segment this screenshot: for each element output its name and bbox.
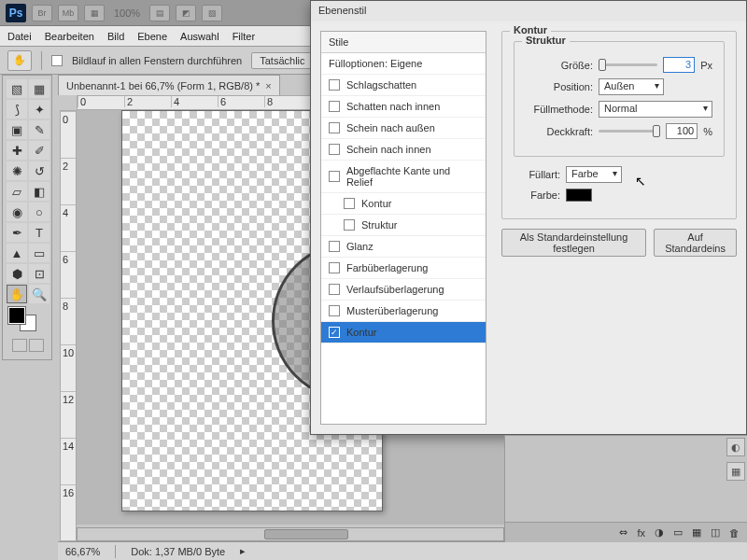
eraser-tool[interactable]: ▱ xyxy=(7,182,27,201)
style-row-kontur[interactable]: ✓Kontur xyxy=(321,322,486,343)
style-checkbox[interactable]: ✓ xyxy=(329,327,340,338)
new-layer-icon[interactable]: ◫ xyxy=(711,526,720,539)
style-checkbox[interactable] xyxy=(329,305,340,316)
group-icon[interactable]: ▦ xyxy=(692,526,701,539)
style-row-abgeflachte-kante-und-relief[interactable]: Abgeflachte Kante und Relief xyxy=(321,161,486,193)
document-tab-title: Unbenannt-1 bei 66,7% (Form 1, RGB/8) * xyxy=(66,80,260,91)
bridge-button[interactable]: Br xyxy=(32,5,52,21)
style-checkbox[interactable] xyxy=(329,262,340,273)
brush-tool[interactable]: ✐ xyxy=(29,141,49,160)
stamp-tool[interactable]: ✺ xyxy=(7,161,27,180)
dialog-title: Ebenenstil xyxy=(311,1,746,21)
dodge-tool[interactable]: ○ xyxy=(29,203,49,221)
status-zoom[interactable]: 66,67% xyxy=(65,546,100,557)
size-input[interactable]: 3 xyxy=(663,57,695,73)
styles-header[interactable]: Stile xyxy=(321,32,486,53)
view-extras-button[interactable]: ▦ xyxy=(84,5,105,21)
status-arrow-icon[interactable]: ▸ xyxy=(240,545,246,557)
position-dropdown[interactable]: Außen xyxy=(599,78,664,95)
pen-tool[interactable]: ✒ xyxy=(7,223,27,242)
adjustment-icon[interactable]: ▭ xyxy=(673,526,683,539)
color-swatches[interactable] xyxy=(7,305,49,337)
style-checkbox[interactable] xyxy=(329,122,340,133)
3d-tool[interactable]: ⬢ xyxy=(7,264,27,283)
hand-tool[interactable]: ✋ xyxy=(7,285,27,303)
status-doc-size[interactable]: Dok: 1,37 MB/0 Byte xyxy=(131,546,225,557)
foreground-color-swatch[interactable] xyxy=(8,307,25,324)
actual-pixels-button[interactable]: Tatsächlic xyxy=(251,52,313,69)
zoom-display[interactable]: 100% xyxy=(114,7,140,19)
size-slider[interactable] xyxy=(599,63,657,66)
style-row-farbüberlagerung[interactable]: Farbüberlagerung xyxy=(321,258,486,279)
quickmask-toggle[interactable] xyxy=(7,339,49,356)
menu-image[interactable]: Bild xyxy=(107,31,124,42)
style-row-glanz[interactable]: Glanz xyxy=(321,236,486,258)
style-row-schlagschatten[interactable]: Schlagschatten xyxy=(321,75,486,96)
wand-tool[interactable]: ✦ xyxy=(29,100,49,119)
camera-tool[interactable]: ⊡ xyxy=(29,264,49,283)
crop-tool[interactable]: ▣ xyxy=(7,120,27,139)
gradient-tool[interactable]: ◧ xyxy=(29,182,49,201)
style-checkbox[interactable] xyxy=(329,241,340,252)
menu-edit[interactable]: Bearbeiten xyxy=(45,31,94,42)
menu-layer[interactable]: Ebene xyxy=(137,31,167,42)
style-checkbox[interactable] xyxy=(329,284,340,295)
filltype-dropdown[interactable]: Farbe xyxy=(566,166,622,183)
style-label: Struktur xyxy=(361,219,398,231)
move-tool[interactable]: ▧ xyxy=(7,79,27,98)
style-row-musterüberlagerung[interactable]: Musterüberlagerung xyxy=(321,301,486,322)
eyedropper-tool[interactable]: ✎ xyxy=(29,120,49,139)
menu-file[interactable]: Datei xyxy=(7,31,32,42)
shape-tool[interactable]: ▭ xyxy=(29,244,49,262)
stroke-color-swatch[interactable] xyxy=(566,189,592,202)
guides-button[interactable]: ▧ xyxy=(202,5,222,21)
screenmode-button[interactable]: ◩ xyxy=(176,5,196,21)
type-tool[interactable]: T xyxy=(29,223,49,242)
opacity-slider[interactable] xyxy=(599,130,660,133)
reset-default-button[interactable]: Auf Standardeins xyxy=(654,229,737,257)
link-layers-icon[interactable]: ⇔ xyxy=(619,526,627,539)
horizontal-scrollbar[interactable] xyxy=(77,527,504,541)
trash-icon[interactable]: 🗑 xyxy=(729,527,740,539)
style-row-kontur[interactable]: Kontur xyxy=(321,193,486,215)
swatches-panel-icon[interactable]: ▦ xyxy=(726,462,745,481)
menu-filter[interactable]: Filter xyxy=(233,31,255,42)
arrange-button[interactable]: ▤ xyxy=(149,5,170,21)
fill-options-row[interactable]: Fülloptionen: Eigene xyxy=(321,53,486,75)
close-tab-icon[interactable]: × xyxy=(265,80,271,91)
scrollbar-thumb[interactable] xyxy=(264,529,348,539)
opacity-input[interactable]: 100 xyxy=(666,123,698,139)
marquee-tool[interactable]: ▦ xyxy=(29,79,49,98)
zoom-tool[interactable]: 🔍 xyxy=(29,285,49,303)
style-label: Schein nach außen xyxy=(346,122,435,133)
style-row-verlaufsüberlagerung[interactable]: Verlaufsüberlagerung xyxy=(321,279,486,301)
style-checkbox[interactable] xyxy=(329,101,340,112)
style-row-schatten-nach-innen[interactable]: Schatten nach innen xyxy=(321,96,486,118)
style-checkbox[interactable] xyxy=(344,198,355,209)
history-brush-tool[interactable]: ↺ xyxy=(29,161,49,180)
style-row-schein-nach-außen[interactable]: Schein nach außen xyxy=(321,118,486,139)
path-select-tool[interactable]: ▲ xyxy=(7,244,27,262)
style-label: Kontur xyxy=(361,198,391,209)
style-checkbox[interactable] xyxy=(329,79,340,91)
mask-icon[interactable]: ◑ xyxy=(655,526,664,539)
style-row-schein-nach-innen[interactable]: Schein nach innen xyxy=(321,139,486,161)
color-panel-icon[interactable]: ◐ xyxy=(726,438,745,456)
hand-tool-icon[interactable]: ✋ xyxy=(7,50,32,71)
style-checkbox[interactable] xyxy=(344,219,355,231)
fx-icon[interactable]: fx xyxy=(637,527,645,539)
style-checkbox[interactable] xyxy=(329,171,340,182)
minibridge-button[interactable]: Mb xyxy=(58,5,78,21)
lasso-tool[interactable]: ⟆ xyxy=(7,100,27,119)
blend-mode-dropdown[interactable]: Normal xyxy=(599,101,712,118)
style-settings: Kontur Struktur Größe: 3 Px Position: Au… xyxy=(501,31,737,425)
style-row-struktur[interactable]: Struktur xyxy=(321,215,486,236)
scroll-all-checkbox[interactable] xyxy=(51,55,63,66)
document-tab[interactable]: Unbenannt-1 bei 66,7% (Form 1, RGB/8) * … xyxy=(58,75,280,95)
menu-select[interactable]: Auswahl xyxy=(180,31,219,42)
make-default-button[interactable]: Als Standardeinstellung festlegen xyxy=(501,229,646,257)
opacity-label: Deckkraft: xyxy=(526,126,593,137)
blur-tool[interactable]: ◉ xyxy=(7,203,27,221)
heal-tool[interactable]: ✚ xyxy=(7,141,27,160)
style-checkbox[interactable] xyxy=(329,144,340,155)
